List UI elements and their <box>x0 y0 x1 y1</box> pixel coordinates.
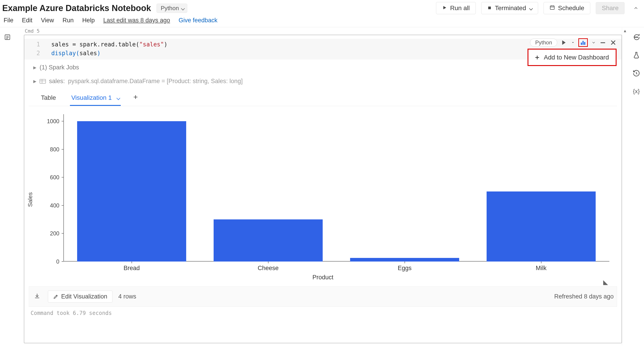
chart-bar[interactable] <box>486 192 596 262</box>
tab-table[interactable]: Table <box>40 91 57 106</box>
spark-jobs-label: (1) Spark Jobs <box>40 64 79 71</box>
chart-x-tick: Bread <box>124 265 140 272</box>
chart-bar[interactable] <box>214 219 323 262</box>
svg-rect-3 <box>581 43 582 45</box>
add-to-dashboard-callout[interactable]: ＋ Add to New Dashboard <box>528 49 616 66</box>
download-icon[interactable] <box>32 293 42 300</box>
svg-point-7 <box>635 37 636 38</box>
chevron-up-icon[interactable] <box>630 3 642 13</box>
chart-y-tick: 600 <box>41 174 59 181</box>
chart-y-tick: 200 <box>41 230 59 237</box>
cluster-status-button[interactable]: Terminated <box>481 2 538 14</box>
run-all-button[interactable]: Run all <box>436 2 476 14</box>
toc-icon[interactable] <box>3 33 12 42</box>
language-label: Python <box>161 5 179 12</box>
bar-chart-icon[interactable] <box>580 39 586 46</box>
notebook-title: Example Azure Databricks Notebook <box>2 3 151 13</box>
scroll-up-icon[interactable]: ▲ <box>623 29 627 33</box>
close-icon[interactable] <box>610 39 616 46</box>
gutter-line-num: 2 <box>24 49 51 58</box>
tab-visualization[interactable]: Visualization 1 <box>70 91 121 106</box>
right-rail: {x} <box>629 27 644 345</box>
chart-y-tick: 800 <box>41 146 59 152</box>
history-icon[interactable] <box>632 69 641 78</box>
highlighted-chart-icon-annotation <box>578 38 588 47</box>
run-cell-icon[interactable] <box>561 39 568 46</box>
svg-rect-5 <box>584 42 585 45</box>
svg-point-8 <box>636 37 637 38</box>
menu-view[interactable]: View <box>41 17 54 24</box>
notebook-cell: Python <box>24 35 622 343</box>
edit-visualization-label: Edit Visualization <box>61 293 107 300</box>
run-all-label: Run all <box>450 5 470 12</box>
share-button[interactable]: Share <box>596 2 625 14</box>
stop-icon <box>487 5 492 12</box>
plus-icon: ＋ <box>534 53 540 62</box>
schedule-label: Schedule <box>558 5 584 12</box>
menu-help[interactable]: Help <box>82 17 95 24</box>
chart-x-axis-title: Product <box>32 274 614 281</box>
comments-icon[interactable] <box>632 33 641 42</box>
feedback-link[interactable]: Give feedback <box>178 17 218 24</box>
chart-x-tick: Cheese <box>258 265 278 272</box>
share-label: Share <box>602 5 618 12</box>
chevron-down-icon <box>529 5 532 12</box>
chart-y-tick: 1000 <box>41 118 59 125</box>
run-menu-caret-icon[interactable] <box>571 39 575 46</box>
gutter-line-num: 1 <box>24 40 51 49</box>
chart-y-tick: 0 <box>41 258 59 265</box>
cell-language-pill[interactable]: Python <box>530 39 557 47</box>
viz-tabs: Table Visualization 1 + <box>29 87 617 106</box>
chevron-down-icon[interactable] <box>592 39 596 46</box>
menu-run[interactable]: Run <box>62 17 74 24</box>
last-edit-link[interactable]: Last edit was 8 days ago <box>103 17 170 24</box>
cluster-status-label: Terminated <box>495 5 526 12</box>
table-icon <box>40 79 46 84</box>
menu-file[interactable]: File <box>4 17 14 24</box>
add-to-dashboard-label: Add to New Dashboard <box>544 54 609 61</box>
add-visualization-button[interactable]: + <box>133 93 138 105</box>
chart-bar[interactable] <box>77 121 186 262</box>
svg-rect-4 <box>582 41 584 45</box>
triangle-right-icon: ▶ <box>33 79 36 84</box>
triangle-right-icon: ▶ <box>33 65 36 70</box>
chart-y-axis-title: Sales <box>27 192 34 207</box>
refreshed-label: Refreshed 8 days ago <box>554 293 614 300</box>
variables-icon[interactable]: {x} <box>632 87 641 96</box>
schedule-button[interactable]: Schedule <box>544 2 590 14</box>
minimize-icon[interactable] <box>600 39 606 46</box>
chart-y-tick: 400 <box>41 202 59 209</box>
cmd-tag: Cmd 5 <box>24 28 622 35</box>
chevron-down-icon <box>181 5 184 12</box>
chevron-down-icon <box>117 94 120 101</box>
command-timing: Command took 6.79 seconds <box>24 307 622 320</box>
chart-bar[interactable] <box>350 258 460 262</box>
menu-edit[interactable]: Edit <box>22 17 32 24</box>
left-rail <box>0 27 15 345</box>
play-icon <box>442 5 447 12</box>
svg-point-9 <box>637 37 638 38</box>
chart-x-tick: Eggs <box>398 265 412 272</box>
row-count: 4 rows <box>118 293 136 300</box>
resize-handle-icon[interactable]: ◢ <box>603 278 608 286</box>
svg-rect-0 <box>488 7 491 9</box>
scrollbar-vertical[interactable]: ▲ <box>622 28 628 345</box>
dataframe-schema: pyspark.sql.dataframe.DataFrame = [Produ… <box>68 78 243 85</box>
tab-visualization-label: Visualization 1 <box>71 94 112 101</box>
dataframe-name: sales: <box>49 78 65 85</box>
chart-area: Sales 02004006008001000BreadCheeseEggsMi… <box>32 113 614 286</box>
svg-rect-1 <box>550 6 554 10</box>
language-picker[interactable]: Python <box>156 4 187 13</box>
viz-footer: Edit Visualization 4 rows Refreshed 8 da… <box>29 286 617 307</box>
dataframe-schema-toggle[interactable]: ▶ sales: pyspark.sql.dataframe.DataFrame… <box>24 73 622 87</box>
experiments-icon[interactable] <box>632 51 641 60</box>
calendar-icon <box>550 5 555 12</box>
edit-visualization-button[interactable]: Edit Visualization <box>48 291 112 302</box>
svg-rect-6 <box>600 42 605 43</box>
chart-x-tick: Milk <box>536 265 547 272</box>
